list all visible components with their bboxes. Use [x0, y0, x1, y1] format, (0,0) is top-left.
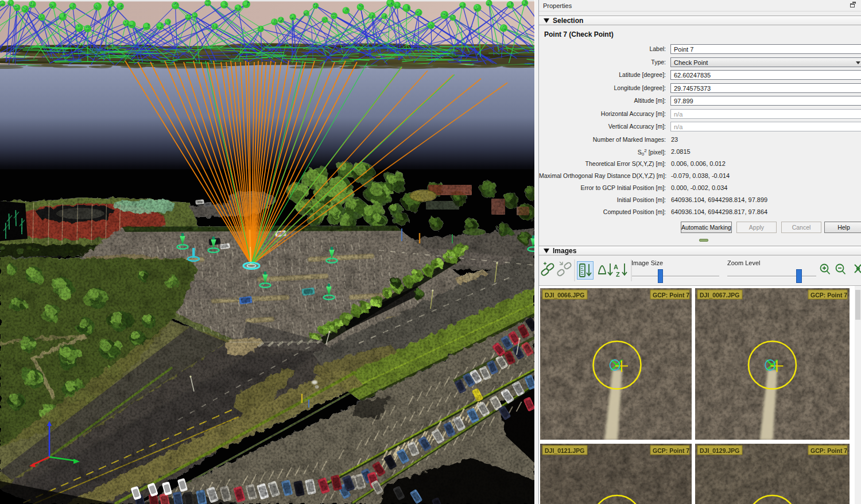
svg-text:DJI_0129.JPG: DJI_0129.JPG	[700, 447, 739, 454]
svg-text:DJI_0066.JPG: DJI_0066.JPG	[545, 292, 584, 298]
svg-text:GCP: Point 7: GCP: Point 7	[810, 292, 847, 298]
svg-text:DJI_0121.JPG: DJI_0121.JPG	[545, 447, 584, 454]
svg-text:DJI_0067.JPG: DJI_0067.JPG	[700, 292, 739, 298]
svg-text:Z: Z	[616, 271, 620, 278]
svg-text:GCP: Point 7: GCP: Point 7	[653, 447, 689, 454]
svg-text:GCP: Point 7: GCP: Point 7	[810, 447, 847, 454]
svg-text:A: A	[614, 263, 618, 270]
svg-text:GCP: Point 7: GCP: Point 7	[653, 292, 689, 298]
